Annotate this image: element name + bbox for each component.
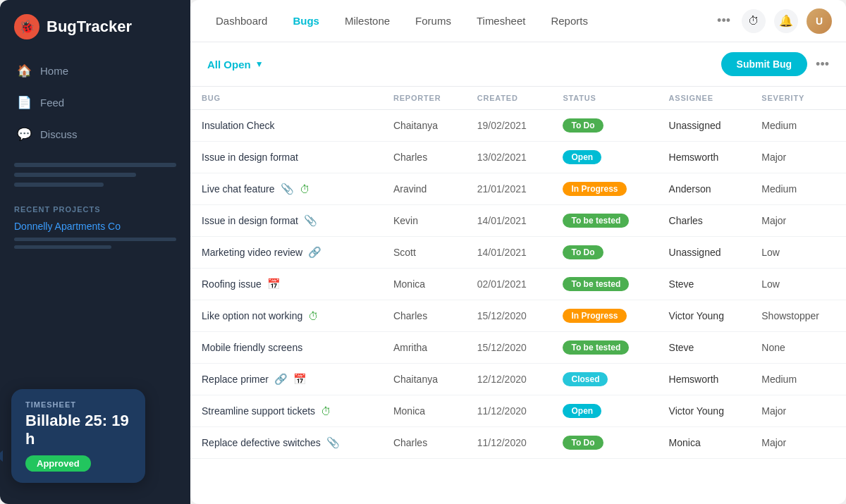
user-avatar[interactable]: U [807,8,832,34]
timer-icon[interactable]: ⏱ [308,310,319,322]
severity-cell: Low [750,269,846,300]
bug-name-cell: Replace defective switches📎 [190,427,382,459]
bug-name-cell: Issue in design format📎 [190,205,382,237]
table-header: BUG REPORTER CREATED STATUS ASSIGNEE SEV… [190,87,846,110]
divider-2 [14,173,136,177]
status-cell: To Do [551,110,657,142]
bug-icons: 🔗📅 [274,373,307,386]
bug-name[interactable]: Issue in design format [202,215,298,226]
project-line-1 [14,238,176,241]
severity-cell: None [750,332,846,364]
table-row[interactable]: Replace defective switches📎Charles11/12/… [190,427,846,459]
tab-timesheet[interactable]: Timesheet [465,9,537,32]
status-badge: To be tested [563,340,629,355]
table-row[interactable]: Streamline support tickets⏱Monica11/12/2… [190,395,846,427]
sidebar-item-discuss[interactable]: 💬 Discuss [8,120,182,149]
created-cell: 14/01/2021 [466,205,552,237]
clip-icon[interactable]: 📎 [326,436,340,449]
table-row[interactable]: Replace primer🔗📅Chaitanya12/12/2020Close… [190,364,846,395]
tab-bugs[interactable]: Bugs [281,9,331,32]
status-cell: Closed [551,364,657,395]
bug-name[interactable]: Live chat feature [202,183,275,195]
table-row[interactable]: Roofing issue📅Monica02/01/2021To be test… [190,269,846,300]
bug-cell: Roofing issue📅 [202,278,371,290]
tab-reports[interactable]: Reports [539,9,599,32]
calendar-icon[interactable]: 📅 [293,373,307,386]
severity-cell: Major [750,142,846,173]
notifications-btn[interactable]: 🔔 [774,9,798,33]
timer-btn[interactable]: ⏱ [742,9,766,33]
more-tabs-icon[interactable]: ••• [711,13,736,28]
bug-icons: ⏱ [308,310,319,322]
sidebar-item-feed[interactable]: 📄 Feed [8,88,182,117]
created-cell: 14/01/2021 [466,237,552,269]
calendar-icon[interactable]: 📅 [267,278,281,290]
reporter-cell: Charles [382,300,466,332]
assignee-cell: Victor Young [658,395,751,427]
severity-cell: Medium [750,173,846,205]
tab-dashboard[interactable]: Dashboard [204,9,278,32]
bug-name[interactable]: Issue in design format [202,152,298,163]
discuss-label: Discuss [40,128,78,140]
tab-milestone[interactable]: Milestone [333,9,401,32]
project-link[interactable]: Donnelly Apartments Co [14,221,176,232]
sidebar-item-home[interactable]: 🏠 Home [8,56,182,85]
bug-cell: Marketing video review🔗 [202,246,371,259]
created-cell: 19/02/2021 [466,110,552,142]
assignee-cell: Hemsworth [658,364,751,395]
timesheet-label: TIMESHEET [25,400,131,409]
assignee-cell: Monica [658,427,751,459]
bug-name[interactable]: Roofing issue [202,278,262,290]
timer-icon: ⏱ [748,15,759,27]
table-row[interactable]: Mobile friendly screensAmritha15/12/2020… [190,332,846,364]
bug-name[interactable]: Mobile friendly screens [202,342,302,353]
sidebar-dividers [0,149,190,194]
reporter-cell: Monica [382,395,466,427]
col-assignee: ASSIGNEE [658,87,751,110]
main-content: Dashboard Bugs Milestone Forums Timeshee… [190,0,846,504]
table-row[interactable]: Marketing video review🔗Scott14/01/2021To… [190,237,846,269]
bug-name[interactable]: Insulation Check [202,120,275,131]
logo-area: 🐞 BugTracker [0,14,190,56]
bug-icons: 📎 [326,436,340,449]
bug-cell: Like option not working⏱ [202,310,371,322]
bug-name[interactable]: Streamline support tickets [202,405,315,417]
content-more-icon[interactable]: ••• [816,57,829,72]
timer-icon[interactable]: ⏱ [300,183,310,195]
bug-name[interactable]: Marketing video review [202,247,302,258]
table-row[interactable]: Like option not working⏱Charles15/12/202… [190,300,846,332]
table-row[interactable]: Live chat feature📎⏱Aravind21/01/2021In P… [190,173,846,205]
timer-icon[interactable]: ⏱ [321,405,331,417]
submit-bug-button[interactable]: Submit Bug [721,52,808,76]
col-severity: SEVERITY [750,87,846,110]
link-icon[interactable]: 🔗 [308,246,321,259]
reporter-cell: Chaitanya [382,110,466,142]
created-cell: 11/12/2020 [466,427,552,459]
bug-cell: Issue in design format📎 [202,214,371,227]
table-row[interactable]: Insulation CheckChaitanya19/02/2021To Do… [190,110,846,142]
home-icon: 🏠 [17,63,32,78]
status-cell: Open [551,142,657,173]
table-row[interactable]: Issue in design format📎Kevin14/01/2021To… [190,205,846,237]
approved-badge: Approved [25,455,91,472]
divider-3 [14,183,104,187]
bug-name[interactable]: Replace primer [202,374,269,385]
status-badge: To be tested [563,277,629,291]
status-cell: In Progress [551,300,657,332]
reporter-cell: Aravind [382,173,466,205]
clip-icon[interactable]: 📎 [281,183,294,195]
bug-cell: Streamline support tickets⏱ [202,405,371,417]
reporter-cell: Kevin [382,205,466,237]
filter-dropdown[interactable]: All Open ▼ [207,59,264,70]
logo-icon: 🐞 [14,14,39,39]
clip-icon[interactable]: 📎 [304,214,317,227]
bug-name[interactable]: Like option not working [202,310,302,321]
col-status: STATUS [551,87,657,110]
bug-name[interactable]: Replace defective switches [202,437,321,448]
app-name: BugTracker [47,18,132,36]
link-icon[interactable]: 🔗 [274,373,288,386]
tab-forums[interactable]: Forums [404,9,462,32]
content-header: All Open ▼ Submit Bug ••• [190,42,846,87]
bug-name-cell: Issue in design format [190,142,382,173]
table-row[interactable]: Issue in design formatCharles13/02/2021O… [190,142,846,173]
